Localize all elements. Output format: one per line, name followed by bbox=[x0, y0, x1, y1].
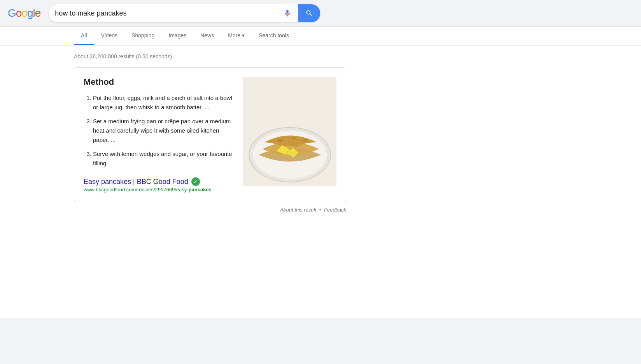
about-result-link[interactable]: About this result bbox=[280, 207, 316, 213]
search-button[interactable] bbox=[298, 4, 320, 22]
main-content: About 36,200,000 results (0.50 seconds) … bbox=[0, 46, 641, 318]
svg-point-3 bbox=[277, 139, 283, 142]
tab-videos[interactable]: Videos bbox=[94, 27, 125, 45]
source-url: www.bbcgoodfood.com/recipes/2907669/easy… bbox=[84, 187, 235, 192]
svg-point-4 bbox=[291, 137, 296, 140]
google-logo[interactable]: Google bbox=[8, 7, 40, 19]
method-steps: Put the flour, eggs, milk and a pinch of… bbox=[84, 93, 235, 168]
source-title-link[interactable]: Easy pancakes | BBC Good Food ✓ bbox=[84, 177, 200, 186]
about-feedback: About this result • Feedback bbox=[74, 207, 346, 213]
nav-bar: All Videos Shopping Images News More ▾ S… bbox=[0, 27, 641, 46]
header: Google bbox=[0, 0, 641, 27]
tab-shopping[interactable]: Shopping bbox=[124, 27, 161, 45]
source-link: Easy pancakes | BBC Good Food ✓ www.bbcg… bbox=[84, 177, 235, 192]
search-input[interactable] bbox=[55, 9, 280, 18]
separator: • bbox=[319, 207, 321, 213]
feedback-link[interactable]: Feedback bbox=[324, 207, 346, 213]
dropdown-arrow-icon: ▾ bbox=[242, 32, 245, 38]
tab-more[interactable]: More ▾ bbox=[221, 27, 252, 45]
svg-point-5 bbox=[303, 139, 308, 142]
method-title: Method bbox=[84, 77, 235, 87]
tab-all[interactable]: All bbox=[74, 27, 94, 45]
mic-icon[interactable] bbox=[283, 9, 292, 18]
results-count: About 36,200,000 results (0.50 seconds) bbox=[74, 53, 633, 60]
featured-content: Method Put the flour, eggs, milk and a p… bbox=[84, 77, 235, 192]
tab-news[interactable]: News bbox=[193, 27, 221, 45]
step-3: Serve with lemon wedges and sugar, or yo… bbox=[93, 149, 235, 168]
step-2: Set a medium frying pan or crêpe pan ove… bbox=[93, 117, 235, 145]
tab-search-tools[interactable]: Search tools bbox=[252, 27, 296, 45]
featured-snippet-card: Method Put the flour, eggs, milk and a p… bbox=[74, 67, 346, 202]
step-1: Put the flour, eggs, milk and a pinch of… bbox=[93, 93, 235, 112]
tab-images[interactable]: Images bbox=[161, 27, 193, 45]
verified-icon: ✓ bbox=[191, 177, 200, 186]
pancake-image bbox=[243, 77, 336, 186]
search-bar bbox=[48, 4, 320, 23]
